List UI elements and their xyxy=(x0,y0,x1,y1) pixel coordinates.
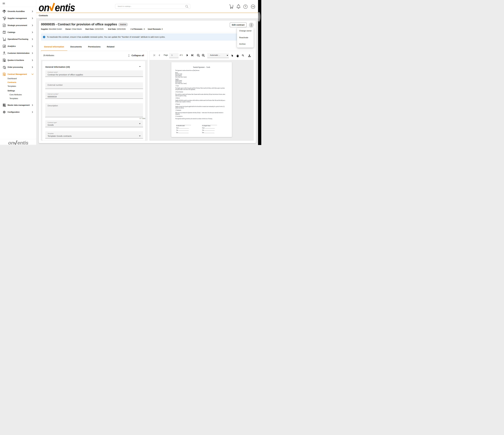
svg-text:§: § xyxy=(5,74,5,76)
